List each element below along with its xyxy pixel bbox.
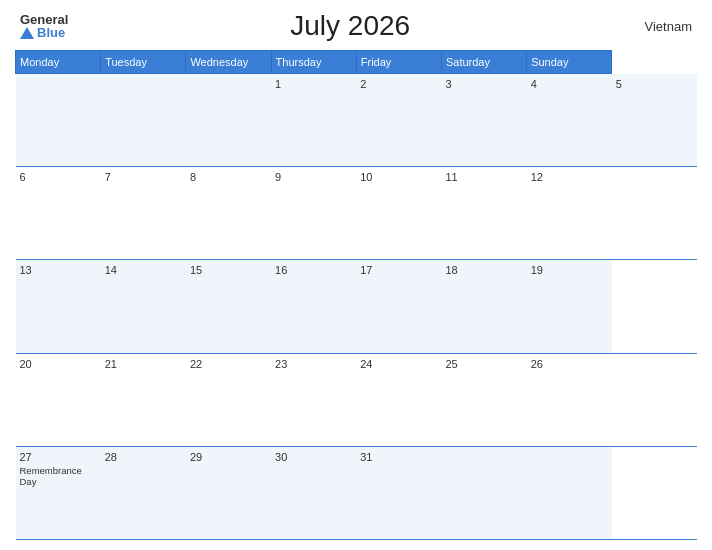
- calendar-cell: 18: [441, 260, 526, 353]
- col-wednesday: Wednesday: [186, 51, 271, 74]
- calendar-cell: 2: [356, 74, 441, 167]
- calendar-week-row: 12345: [16, 74, 698, 167]
- logo: General Blue: [20, 13, 68, 39]
- calendar-cell: [441, 446, 526, 539]
- logo-triangle-icon: [20, 27, 34, 39]
- day-number: 8: [190, 171, 267, 183]
- day-number: 7: [105, 171, 182, 183]
- day-number: 16: [275, 264, 352, 276]
- day-number: 31: [360, 451, 437, 463]
- day-number: 2: [360, 78, 437, 90]
- calendar-cell: 30: [271, 446, 356, 539]
- calendar-cell: 17: [356, 260, 441, 353]
- col-friday: Friday: [356, 51, 441, 74]
- calendar-cell: 14: [101, 260, 186, 353]
- day-number: 18: [445, 264, 522, 276]
- calendar-cell: 25: [441, 353, 526, 446]
- day-number: 24: [360, 358, 437, 370]
- day-number: 1: [275, 78, 352, 90]
- calendar-cell: 23: [271, 353, 356, 446]
- calendar-cell: 31: [356, 446, 441, 539]
- calendar-header-row: Monday Tuesday Wednesday Thursday Friday…: [16, 51, 698, 74]
- calendar-week-row: 6789101112: [16, 167, 698, 260]
- day-number: 13: [20, 264, 97, 276]
- calendar-week-row: 27Remembrance Day28293031: [16, 446, 698, 539]
- day-number: 23: [275, 358, 352, 370]
- day-number: 30: [275, 451, 352, 463]
- calendar-cell: 10: [356, 167, 441, 260]
- page-header: General Blue July 2026 Vietnam: [15, 10, 697, 42]
- day-number: 15: [190, 264, 267, 276]
- calendar-cell: 5: [612, 74, 697, 167]
- day-number: 22: [190, 358, 267, 370]
- calendar-cell: 8: [186, 167, 271, 260]
- day-number: 17: [360, 264, 437, 276]
- col-tuesday: Tuesday: [101, 51, 186, 74]
- day-number: 25: [445, 358, 522, 370]
- day-number: 6: [20, 171, 97, 183]
- calendar-cell: 26: [527, 353, 612, 446]
- calendar-cell: 24: [356, 353, 441, 446]
- calendar-cell: 20: [16, 353, 101, 446]
- calendar-cell: 12: [527, 167, 612, 260]
- calendar-cell: [527, 446, 612, 539]
- calendar-cell: 1: [271, 74, 356, 167]
- calendar-cell: 29: [186, 446, 271, 539]
- calendar-table: Monday Tuesday Wednesday Thursday Friday…: [15, 50, 697, 540]
- country-label: Vietnam: [632, 19, 692, 34]
- calendar-page: General Blue July 2026 Vietnam Monday Tu…: [0, 0, 712, 550]
- calendar-week-row: 20212223242526: [16, 353, 698, 446]
- day-number: 14: [105, 264, 182, 276]
- day-number: 3: [445, 78, 522, 90]
- calendar-cell: 9: [271, 167, 356, 260]
- calendar-cell: [186, 74, 271, 167]
- calendar-cell: 27Remembrance Day: [16, 446, 101, 539]
- day-number: 20: [20, 358, 97, 370]
- calendar-week-row: 13141516171819: [16, 260, 698, 353]
- col-saturday: Saturday: [441, 51, 526, 74]
- day-number: 19: [531, 264, 608, 276]
- calendar-cell: 6: [16, 167, 101, 260]
- day-number: 12: [531, 171, 608, 183]
- day-number: 27: [20, 451, 97, 463]
- calendar-cell: 11: [441, 167, 526, 260]
- calendar-cell: 19: [527, 260, 612, 353]
- calendar-cell: 21: [101, 353, 186, 446]
- day-number: 29: [190, 451, 267, 463]
- calendar-cell: 15: [186, 260, 271, 353]
- calendar-cell: 4: [527, 74, 612, 167]
- day-number: 11: [445, 171, 522, 183]
- col-monday: Monday: [16, 51, 101, 74]
- col-thursday: Thursday: [271, 51, 356, 74]
- day-number: 10: [360, 171, 437, 183]
- calendar-cell: 28: [101, 446, 186, 539]
- page-title: July 2026: [68, 10, 632, 42]
- day-number: 26: [531, 358, 608, 370]
- day-event: Remembrance Day: [20, 465, 97, 487]
- calendar-cell: 16: [271, 260, 356, 353]
- day-number: 21: [105, 358, 182, 370]
- day-number: 4: [531, 78, 608, 90]
- calendar-cell: 22: [186, 353, 271, 446]
- calendar-cell: 3: [441, 74, 526, 167]
- day-number: 9: [275, 171, 352, 183]
- day-number: 5: [616, 78, 693, 90]
- calendar-cell: 13: [16, 260, 101, 353]
- calendar-cell: [101, 74, 186, 167]
- calendar-cell: 7: [101, 167, 186, 260]
- logo-blue-text: Blue: [20, 26, 65, 39]
- day-number: 28: [105, 451, 182, 463]
- calendar-cell: [16, 74, 101, 167]
- col-sunday: Sunday: [527, 51, 612, 74]
